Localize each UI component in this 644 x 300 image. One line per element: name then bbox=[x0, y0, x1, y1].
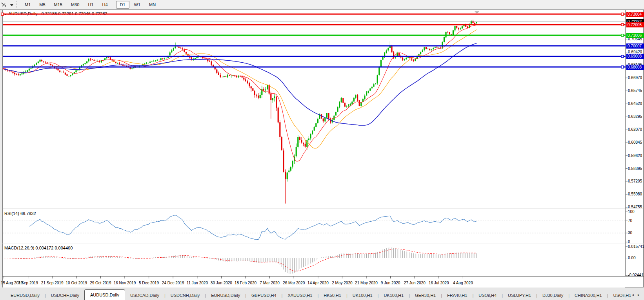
horizontal-line-0.73004[interactable] bbox=[1, 13, 626, 15]
rsi-line bbox=[29, 215, 477, 239]
macd-histogram bbox=[4, 248, 477, 274]
panel-frames bbox=[2, 10, 644, 277]
chart-tab-usoil-h4[interactable]: USOil,H4 bbox=[473, 291, 502, 300]
chart-tab-audusd-daily[interactable]: AUDUSD,Daily bbox=[84, 289, 125, 300]
horizontal-line-0.69008[interactable] bbox=[3, 55, 626, 58]
chart-canvas bbox=[0, 0, 644, 300]
chart-tab-gbpusd-h4[interactable]: GBPUSD,H4 bbox=[246, 291, 282, 300]
chart-tab-eurusd-daily[interactable]: EURUSD,Daily bbox=[206, 291, 245, 300]
chart-tab-eurusd-daily[interactable]: EURUSD,Daily bbox=[5, 291, 45, 300]
horizontal-line-0.72005[interactable] bbox=[3, 23, 626, 26]
chart-tab-uk100-h1[interactable]: UK100,H1 bbox=[378, 291, 409, 300]
rsi-level-lines bbox=[3, 221, 626, 233]
chart-tab-usdjpy-h1[interactable]: USDJPY,H1 bbox=[503, 291, 536, 300]
tab-scroll-right-icon[interactable]: ▸ bbox=[636, 293, 642, 297]
chart-tab-bar: EURUSD,Daily|USDCHF,DailyAUDUSD,DailyUSD… bbox=[0, 288, 644, 300]
chart-tab-usdchf-daily[interactable]: USDCHF,Daily bbox=[46, 291, 84, 300]
chart-tab-usdcad-daily[interactable]: USDCAD,Daily bbox=[125, 291, 164, 300]
chart-tab-xauusd-h1[interactable]: XAUUSD,H1 bbox=[282, 291, 317, 300]
price-tag-0.68008[interactable]: 0.68008 bbox=[626, 65, 644, 70]
trading-platform-window: M1M5M15M30H1H4D1W1MN ▸AUDUSD,Daily0.7218… bbox=[0, 0, 644, 300]
price-tag-0.70007[interactable]: 0.70007 bbox=[626, 43, 644, 49]
price-tag-0.73004[interactable]: 0.73004 bbox=[626, 12, 644, 17]
price-tag-0.72005[interactable]: 0.72005 bbox=[626, 22, 644, 27]
tab-scroll-controls: ◂▸ bbox=[630, 293, 642, 297]
chart-tab-dj30-daily[interactable]: DJ30,Daily bbox=[537, 291, 568, 300]
price-tag-0.71006[interactable]: 0.71006 bbox=[626, 33, 644, 38]
price-axis-ticks bbox=[626, 26, 628, 275]
chart-tab-usdcnh-daily[interactable]: USDCNH,Daily bbox=[166, 291, 205, 300]
chart-tab-china300-h1[interactable]: CHINA300,H1 bbox=[569, 291, 607, 300]
horizontal-line-0.71006[interactable] bbox=[3, 34, 626, 36]
chart-tab-ger30-h1[interactable]: GER30,H1 bbox=[410, 291, 441, 300]
candlestick-series bbox=[3, 20, 477, 203]
tab-scroll-left-icon[interactable]: ◂ bbox=[630, 293, 636, 297]
chart-tab-fra40-h1[interactable]: FRA40,H1 bbox=[442, 291, 472, 300]
moving-average-50 bbox=[4, 43, 477, 126]
price-tag-0.69008[interactable]: 0.69008 bbox=[626, 54, 644, 59]
chart-shift-marker-icon[interactable] bbox=[475, 11, 479, 14]
chart-tab-uk100-h1[interactable]: UK100,H1 bbox=[347, 291, 378, 300]
chart-tab-hk50-h1[interactable]: HK50,H1 bbox=[318, 291, 346, 300]
